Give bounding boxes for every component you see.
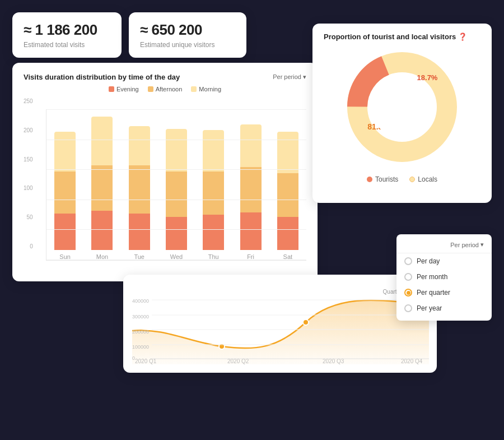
morning-segment <box>54 132 76 171</box>
tourists-dot <box>367 177 372 182</box>
radio-per-month <box>404 273 412 281</box>
svg-text:18.7%: 18.7% <box>417 73 438 82</box>
bar-group: Sun <box>54 132 76 260</box>
evening-segment <box>203 215 224 250</box>
evening-dot <box>109 86 114 92</box>
afternoon-segment <box>166 172 187 217</box>
afternoon-dot <box>148 86 153 92</box>
donut-title: Proportion of tourist and local visitors… <box>324 33 480 41</box>
morning-label: Morning <box>199 86 221 92</box>
bar-stack <box>91 117 113 250</box>
legend-tourists: Tourists <box>367 175 398 183</box>
radio-inner-dot <box>407 291 410 295</box>
per-quarter-label: Per quarter <box>417 289 450 297</box>
evening-segment <box>54 214 76 250</box>
bar-group: Wed <box>166 129 187 260</box>
morning-segment <box>129 126 150 165</box>
svg-text:2020 Q4: 2020 Q4 <box>401 358 423 364</box>
dropdown-item-per-quarter[interactable]: Per quarter <box>396 285 492 300</box>
help-icon[interactable]: ❓ <box>458 33 467 41</box>
legend-afternoon: Afternoon <box>148 86 183 92</box>
svg-text:2020 Q1: 2020 Q1 <box>135 358 157 364</box>
period-select-button[interactable]: Per period ▾ <box>273 73 306 81</box>
per-month-label: Per month <box>417 273 447 281</box>
legend-locals: Locals <box>409 175 437 183</box>
svg-text:400000: 400000 <box>132 298 149 304</box>
bars-container: SunMonTueWedThuFriSat <box>46 109 306 261</box>
dropdown-header: Per period ▾ <box>396 239 492 253</box>
x-label: Sat <box>283 253 293 260</box>
radio-per-day <box>404 257 412 265</box>
morning-segment <box>91 117 113 165</box>
period-dropdown-card: Per period ▾ Per day Per month Per quart… <box>396 234 492 321</box>
per-day-label: Per day <box>417 257 440 265</box>
x-label: Tue <box>134 253 144 260</box>
dropdown-item-per-month[interactable]: Per month <box>396 269 492 285</box>
y-label-100: 100 <box>24 185 33 191</box>
dropdown-item-per-day[interactable]: Per day <box>396 253 492 269</box>
svg-text:300000: 300000 <box>132 314 149 319</box>
line-chart-svg: 2020 Q1 2020 Q2 2020 Q3 2020 Q4 400000 3… <box>132 286 429 364</box>
bar-stack <box>277 132 298 250</box>
chart-dot <box>303 319 309 325</box>
svg-text:2020 Q3: 2020 Q3 <box>323 358 344 364</box>
bar-group: Tue <box>129 126 150 260</box>
evening-segment <box>91 211 113 250</box>
unique-visitors-label: Estimated unique visitors <box>140 41 235 49</box>
evening-segment <box>166 217 187 250</box>
x-label: Wed <box>170 253 183 260</box>
unique-visitors-card: ≈ 650 200 Estimated unique visitors <box>129 12 246 58</box>
total-visits-card: ≈ 1 186 200 Estimated total visits <box>12 12 122 58</box>
y-label-150: 150 <box>24 156 33 163</box>
afternoon-segment <box>91 165 113 211</box>
y-axis: 250 200 150 100 50 0 <box>24 98 36 249</box>
bar-group: Mon <box>91 117 113 260</box>
dropdown-header-label: Per period <box>450 242 479 248</box>
svg-text:100000: 100000 <box>132 344 149 350</box>
per-year-label: Per year <box>417 304 442 312</box>
afternoon-segment <box>203 172 224 215</box>
morning-dot <box>191 86 197 92</box>
afternoon-segment <box>277 173 298 217</box>
dropdown-item-per-year[interactable]: Per year <box>396 300 492 316</box>
bar-group: Thu <box>203 130 224 260</box>
bar-stack <box>166 129 187 250</box>
locals-dot <box>409 177 415 182</box>
donut-container: 18.7% 81.3% <box>324 45 480 169</box>
bar-stack <box>129 126 150 250</box>
donut-svg: 18.7% 81.3% <box>340 45 464 169</box>
morning-segment <box>240 124 262 167</box>
total-visits-value: ≈ 1 186 200 <box>24 21 110 39</box>
x-label: Mon <box>96 253 108 260</box>
morning-segment <box>166 129 187 172</box>
afternoon-segment <box>240 167 262 212</box>
bar-chart-area: 250 200 150 100 50 0 SunMonTueWedThuFriS… <box>24 98 306 261</box>
grid-line <box>46 109 306 110</box>
locals-label: Locals <box>418 175 437 183</box>
tourists-label: Tourists <box>375 175 398 183</box>
bar-stack <box>240 124 262 250</box>
morning-segment <box>277 132 298 173</box>
svg-text:0: 0 <box>132 355 135 361</box>
legend-evening: Evening <box>109 86 139 92</box>
x-label: Thu <box>208 253 219 260</box>
svg-point-4 <box>371 76 433 138</box>
evening-segment <box>240 212 262 250</box>
radio-per-quarter <box>404 289 412 297</box>
evening-label: Evening <box>116 86 139 92</box>
unique-visitors-value: ≈ 650 200 <box>140 21 235 39</box>
afternoon-segment <box>54 172 76 214</box>
line-chart-inner: 298 581 Quarterly Average 2020 Q1 2020 Q… <box>132 280 428 364</box>
afternoon-segment <box>129 165 150 214</box>
x-label: Sun <box>59 253 71 260</box>
svg-text:200000: 200000 <box>132 329 149 335</box>
y-label-250: 250 <box>24 98 33 104</box>
x-label: Fri <box>247 253 254 260</box>
bar-chart-title: Visits duration distribution by time of … <box>24 73 180 81</box>
bar-group: Sat <box>277 132 298 260</box>
donut-legend: Tourists Locals <box>324 175 480 183</box>
legend-morning: Morning <box>191 86 221 92</box>
y-label-200: 200 <box>24 127 33 133</box>
donut-chart-card: Proportion of tourist and local visitors… <box>312 24 492 203</box>
total-visits-label: Estimated total visits <box>24 41 110 49</box>
